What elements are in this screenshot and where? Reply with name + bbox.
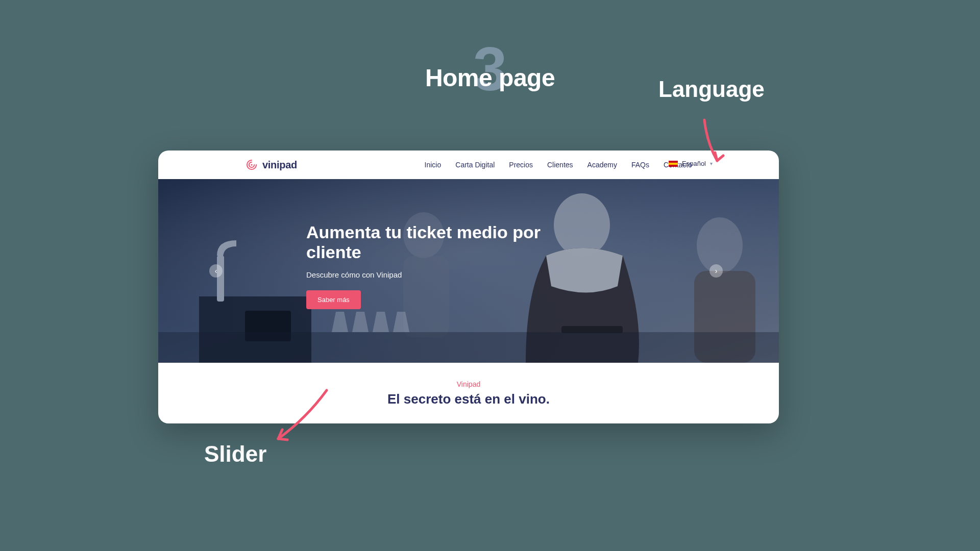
hero-cta-button[interactable]: Saber más: [306, 290, 361, 309]
chevron-right-icon: ›: [715, 267, 718, 275]
nav-item-inicio[interactable]: Inicio: [425, 161, 442, 169]
vinipad-logo-icon: [245, 158, 258, 171]
chevron-left-icon: ‹: [215, 267, 217, 275]
section-title: El secreto está en el vino.: [158, 391, 779, 407]
top-nav: vinipad Inicio Carta Digital Precios Cli…: [158, 151, 779, 179]
annotation-slider: Slider: [204, 441, 266, 467]
brand-logo[interactable]: vinipad: [245, 158, 297, 171]
website-preview-card: vinipad Inicio Carta Digital Precios Cli…: [158, 151, 779, 423]
annotation-arrow-slider: [271, 388, 332, 444]
annotation-language: Language: [658, 77, 765, 102]
brand-name: vinipad: [262, 159, 297, 171]
annotation-arrow-language: [694, 117, 725, 163]
spain-flag-icon: [669, 161, 678, 167]
nav-links: Inicio Carta Digital Precios Clientes Ac…: [425, 161, 692, 169]
hero-subtitle: Descubre cómo con Vinipad: [306, 270, 551, 279]
hero-headline: Aumenta tu ticket medio por cliente: [306, 222, 551, 262]
nav-item-clientes[interactable]: Clientes: [547, 161, 573, 169]
annotation-home-page: Home page: [425, 64, 555, 92]
nav-item-precios[interactable]: Precios: [509, 161, 533, 169]
nav-item-faqs[interactable]: FAQs: [631, 161, 649, 169]
slider-next-button[interactable]: ›: [709, 264, 723, 278]
nav-item-carta-digital[interactable]: Carta Digital: [455, 161, 495, 169]
section-kicker: Vinipad: [158, 380, 779, 388]
hero-content: Aumenta tu ticket medio por cliente Desc…: [306, 222, 551, 309]
svg-point-0: [251, 164, 252, 165]
hero-slider: ‹ › Aumenta tu ticket medio por cliente …: [158, 179, 779, 363]
slider-prev-button[interactable]: ‹: [209, 264, 223, 278]
section-intro: Vinipad El secreto está en el vino.: [158, 363, 779, 407]
nav-item-academy[interactable]: Academy: [587, 161, 617, 169]
